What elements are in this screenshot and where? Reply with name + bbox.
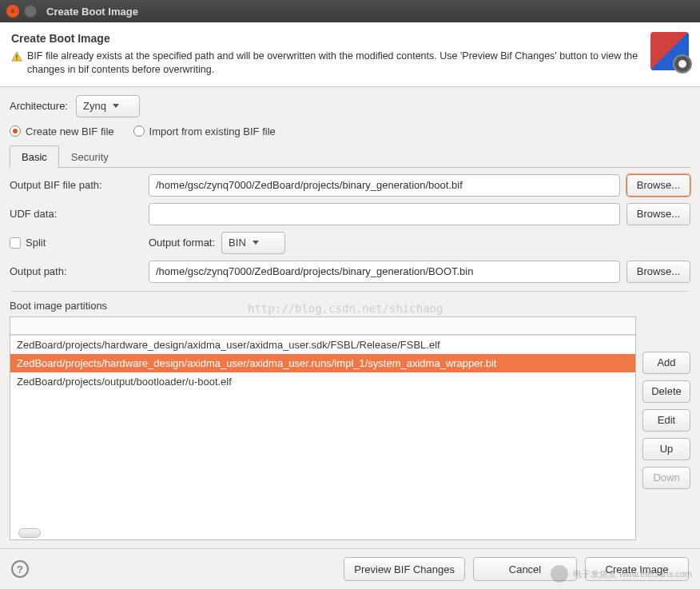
svg-rect-0 — [16, 54, 17, 58]
list-header — [10, 317, 635, 335]
architecture-value: Zynq — [83, 100, 106, 112]
down-button[interactable]: Down — [642, 467, 690, 489]
warning-icon — [11, 51, 22, 62]
help-icon[interactable]: ? — [11, 560, 29, 578]
radio-create-label: Create new BIF file — [26, 125, 114, 137]
minimize-icon[interactable] — [24, 5, 37, 18]
browse-output-button[interactable]: Browse... — [626, 261, 690, 283]
list-item[interactable]: ZedBoard/projects/hardware_design/axidma… — [10, 336, 635, 354]
create-image-button[interactable]: Create Image — [585, 557, 689, 581]
svg-rect-1 — [16, 59, 17, 60]
radio-dot-icon — [10, 125, 21, 137]
radio-import-existing[interactable]: Import from existing BIF file — [133, 125, 276, 137]
page-title: Create Boot Image — [11, 32, 642, 45]
window-title: Create Boot Image — [46, 6, 138, 18]
list-item[interactable]: ZedBoard/projects/output/bootloader/u-bo… — [10, 372, 635, 391]
split-checkbox[interactable]: Split — [10, 237, 142, 249]
partitions-label: Boot image partitions — [10, 300, 690, 312]
browse-bif-button[interactable]: Browse... — [626, 174, 690, 197]
scroll-thumb[interactable] — [18, 528, 41, 538]
output-path-label: Output path: — [10, 265, 142, 277]
output-format-value: BIN — [229, 237, 246, 249]
window-titlebar: × Create Boot Image — [0, 0, 700, 22]
dialog-header: Create Boot Image BIF file already exist… — [0, 22, 700, 87]
tab-basic[interactable]: Basic — [10, 145, 59, 168]
horizontal-scrollbar[interactable] — [18, 528, 632, 538]
warning-text: BIF file already exists at the specified… — [27, 50, 642, 77]
preview-button[interactable]: Preview BIF Changes — [344, 557, 465, 581]
architecture-select[interactable]: Zynq — [76, 95, 140, 117]
output-format-label: Output format: — [149, 237, 215, 249]
chevron-down-icon — [113, 104, 119, 108]
add-button[interactable]: Add — [642, 352, 690, 374]
radio-dot-icon — [133, 125, 145, 137]
gear-icon — [673, 54, 692, 74]
cancel-button[interactable]: Cancel — [473, 557, 577, 581]
list-item[interactable]: ZedBoard/projects/hardware_design/axidma… — [10, 354, 635, 372]
radio-import-label: Import from existing BIF file — [149, 125, 276, 137]
app-icon — [650, 32, 689, 70]
output-format-select[interactable]: BIN — [221, 232, 285, 254]
partitions-listbox[interactable]: ZedBoard/projects/hardware_design/axidma… — [10, 316, 636, 540]
divider — [11, 291, 689, 292]
delete-button[interactable]: Delete — [642, 380, 690, 403]
architecture-label: Architecture: — [10, 100, 68, 112]
edit-button[interactable]: Edit — [642, 409, 690, 432]
checkbox-icon — [10, 237, 21, 249]
close-icon[interactable]: × — [6, 5, 19, 18]
udf-label: UDF data: — [10, 208, 142, 220]
udf-input[interactable] — [149, 203, 620, 225]
chevron-down-icon — [253, 241, 259, 245]
output-bif-input[interactable] — [149, 174, 620, 197]
tab-security[interactable]: Security — [59, 145, 121, 168]
browse-udf-button[interactable]: Browse... — [626, 203, 690, 225]
up-button[interactable]: Up — [642, 438, 690, 460]
output-bif-label: Output BIF file path: — [10, 179, 142, 191]
radio-create-new[interactable]: Create new BIF file — [10, 125, 114, 137]
split-label: Split — [26, 237, 46, 249]
dialog-footer: ? Preview BIF Changes Cancel Create Imag… — [0, 548, 700, 589]
output-path-input[interactable] — [149, 261, 620, 283]
